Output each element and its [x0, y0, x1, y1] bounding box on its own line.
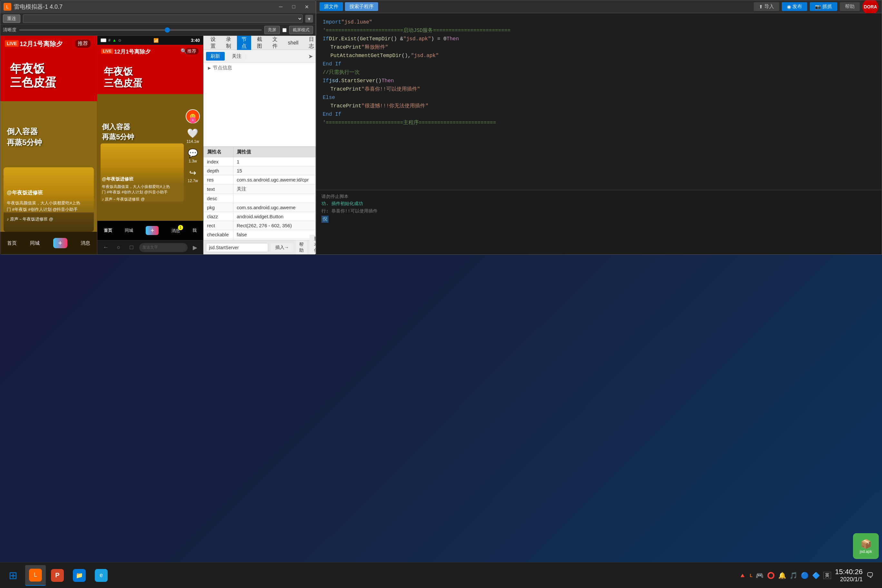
- comment-count: 1.3w: [189, 159, 196, 164]
- phone2-nav-home[interactable]: 首页: [104, 228, 112, 233]
- nav-message-1[interactable]: 消息: [81, 240, 90, 246]
- node-info-item[interactable]: ▶ 节点信息: [203, 63, 316, 73]
- phone2-content[interactable]: LIVE 12月1号离除夕 推荐 🔍 年夜饭 三色皮蛋 倒入容器 再蒸5分钟: [98, 45, 203, 221]
- apk-label: jsd.apk: [860, 549, 872, 554]
- home-button[interactable]: ○: [114, 242, 124, 253]
- node-tree-area[interactable]: ▶ 节点信息: [203, 63, 316, 147]
- taskbar-powerpoint[interactable]: P: [47, 565, 68, 586]
- tray-icon-ldplayer: L: [750, 573, 753, 578]
- export-button[interactable]: ⬆ 导入: [754, 2, 779, 11]
- table-row[interactable]: depth15: [204, 166, 316, 176]
- input-field[interactable]: 发送文字: [139, 243, 188, 252]
- search-icon-2[interactable]: 🔍: [180, 48, 187, 54]
- ldplayer-controls: 重连 ▾: [0, 13, 316, 24]
- follow-plus[interactable]: +: [189, 117, 196, 123]
- share-action[interactable]: ↪ 12.7w: [188, 168, 198, 183]
- table-row[interactable]: rescom.ss.android.ugc.aweme:id/cpr: [204, 176, 316, 184]
- tab-file[interactable]: 文件: [268, 36, 282, 51]
- fullscreen-button[interactable]: 截屏模式: [289, 26, 313, 34]
- code-line-9: TracePrint "恭喜你!!可以使用插件": [323, 86, 875, 94]
- table-row[interactable]: index1: [204, 158, 316, 166]
- taskbar-explorer[interactable]: 📁: [69, 565, 90, 586]
- script-input[interactable]: [206, 243, 268, 252]
- start-button[interactable]: ⊞: [3, 566, 22, 585]
- table-row[interactable]: rectRect(262, 276 - 602, 356): [204, 221, 316, 230]
- prop-name-header: 属性名: [204, 147, 233, 158]
- table-row[interactable]: checkablefalse: [204, 230, 316, 239]
- notification-button[interactable]: 🗨: [867, 571, 874, 580]
- phone2-nav-plus[interactable]: +: [146, 226, 159, 235]
- system-clock[interactable]: 15:40:26 2020/1/1: [835, 568, 862, 583]
- camera-icon: 📷: [815, 4, 821, 10]
- table-row[interactable]: pkgcom.ss.android.ugc.aweme: [204, 203, 316, 212]
- capture-button[interactable]: 📷 抓抓: [810, 2, 837, 11]
- dropdown-icon[interactable]: ▾: [305, 15, 313, 22]
- taskbar-ie[interactable]: e: [91, 565, 111, 586]
- script-info-button[interactable]: 脚本信息: [309, 235, 316, 255]
- tab-highlight[interactable]: 搜索子程序: [345, 2, 378, 11]
- recent-button[interactable]: □: [126, 242, 136, 253]
- tab-shell[interactable]: shell: [284, 39, 303, 47]
- minimize-button[interactable]: ─: [275, 2, 286, 11]
- phone-screen-1[interactable]: LIVE 12月1号离除夕 推荐 年夜饭 三色皮蛋 倒入容器 再蒸5分钟 @年夜…: [0, 36, 97, 254]
- taskbar-ldplayer[interactable]: L: [25, 565, 46, 586]
- table-row[interactable]: clazzandroid.widget.Button: [204, 212, 316, 221]
- comment-action[interactable]: 💬 1.3w: [188, 148, 198, 164]
- clarity-slider[interactable]: [19, 29, 262, 31]
- maximize-button[interactable]: □: [288, 2, 300, 11]
- status-highlight: 倪: [321, 216, 328, 223]
- help-code-button[interactable]: 帮助: [840, 2, 860, 11]
- tab-source[interactable]: 源文件: [320, 2, 343, 11]
- publish-button[interactable]: ◉ 发布: [782, 2, 807, 11]
- back-button[interactable]: ←: [100, 242, 111, 253]
- heart-action[interactable]: 🤍 114.1w: [187, 128, 199, 144]
- code-content[interactable]: Import "jsd.luae" '=====================…: [316, 13, 882, 190]
- phone-screen-2[interactable]: # ▲ ⊙ 📶 3:40 LIVE 12月1号离除夕 推荐 🔍 年夜饭: [97, 36, 203, 254]
- reconnect-button[interactable]: 重连: [3, 15, 20, 23]
- nav-city-1[interactable]: 同城: [30, 240, 40, 246]
- code-output-area: 请勿停止脚本 功. 插件初始化成功 行: 恭喜你!!可以使用插件 倪: [316, 190, 882, 254]
- message-badge: 1: [178, 225, 183, 230]
- hd-button[interactable]: 亮屏: [264, 26, 280, 34]
- prop-name-cell: checkable: [204, 230, 233, 239]
- prop-value-header: 属性值: [233, 147, 316, 158]
- tab-log[interactable]: 日志: [304, 36, 316, 51]
- tab-screenshot[interactable]: 截图: [252, 36, 267, 51]
- prop-value-cell: 1: [233, 158, 316, 166]
- apk-icon[interactable]: 📦 jsd.apk: [853, 533, 879, 559]
- wifi-icon: ▲: [112, 38, 116, 42]
- expand-icon: ▶: [208, 66, 211, 70]
- insert-button[interactable]: 插入→: [271, 243, 293, 252]
- food-title-2: 年夜饭 三色皮蛋: [104, 66, 142, 89]
- table-row[interactable]: text关注: [204, 184, 316, 194]
- nav-home-1[interactable]: 首页: [7, 240, 17, 246]
- phone2-nav-city[interactable]: 同城: [125, 228, 133, 233]
- tab-record[interactable]: 录制: [222, 36, 236, 51]
- refresh-button[interactable]: 刷新: [206, 52, 225, 61]
- tray-icon-5: 🎵: [789, 572, 798, 579]
- share-icon: ↪: [189, 168, 196, 178]
- phone-nav-1: 首页 同城 + 消息: [0, 232, 97, 254]
- send-button[interactable]: ▶: [190, 243, 200, 252]
- phone2-right-actions: 😊 + 🤍 114.1w 💬 1.3w ↪: [186, 109, 200, 183]
- tray-icon-4: 🔔: [778, 572, 786, 579]
- phone2-status-icons: 📶: [153, 38, 159, 43]
- code-line-7: //只需执行一次: [323, 69, 875, 77]
- connect-select[interactable]: [23, 15, 303, 23]
- apk-logo: 📦: [860, 538, 872, 549]
- hd-checkbox[interactable]: [282, 28, 286, 32]
- sdroid-tabs: 设置 录制 节点 截图 文件 shell 日志: [203, 36, 316, 50]
- close-node-button[interactable]: 关注: [227, 52, 246, 61]
- desktop: L 雷电模拟器-1 4.0.7 ─ □ ✕ 重连 ▾ 清晰度 亮屏 截屏模式: [0, 0, 882, 588]
- tab-nodes[interactable]: 节点: [237, 36, 251, 51]
- clarity-label: 清晰度: [3, 27, 16, 33]
- table-row[interactable]: desc: [204, 194, 316, 203]
- help-button[interactable]: 帮助: [296, 240, 307, 255]
- tab-settings[interactable]: 设置: [206, 36, 220, 51]
- language-indicator[interactable]: 英: [824, 572, 831, 579]
- close-button[interactable]: ✕: [301, 2, 312, 11]
- prop-value-cell: com.ss.android.ugc.aweme: [233, 203, 316, 212]
- nav-plus-1[interactable]: +: [53, 238, 68, 248]
- phone2-nav: 首页 同城 + 消息 1 我: [98, 221, 203, 240]
- phone2-nav-me[interactable]: 我: [192, 228, 196, 233]
